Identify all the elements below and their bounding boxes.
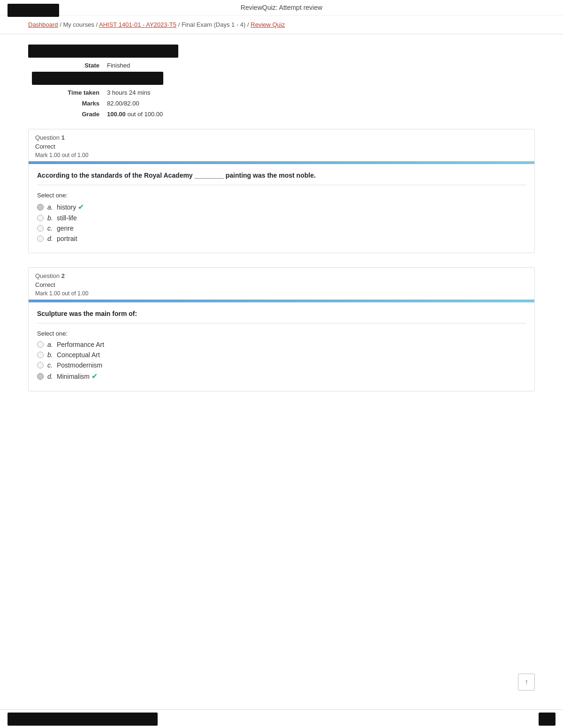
list-item: b. still-life <box>37 214 526 222</box>
timetaken-label: Time taken <box>28 87 103 98</box>
option-text: Minimalism <box>57 373 90 380</box>
top-bar: ReviewQuiz: Attempt review <box>0 0 563 15</box>
grade-bold: 100.00 <box>107 111 126 118</box>
footer-bar <box>0 709 563 728</box>
summary-timetaken-row: Time taken 3 hours 24 mins <box>28 87 535 98</box>
timetaken-value: 3 hours 24 mins <box>103 87 535 98</box>
question-2-mark: Mark 1.00 out of 1.00 <box>29 289 534 300</box>
footer-right-redacted <box>539 713 555 726</box>
radio-2c[interactable] <box>37 362 44 368</box>
marks-value: 82.00/82.00 <box>103 98 535 109</box>
summary-state-row: State Finished <box>28 60 535 71</box>
radio-1d[interactable] <box>37 235 44 242</box>
name-redacted-bar <box>28 45 178 58</box>
breadcrumb-course[interactable]: AHIST 1401-01 - AY2023-T5 <box>99 21 176 28</box>
radio-2a[interactable] <box>37 341 44 348</box>
question-2-select-label: Select one: <box>37 330 526 337</box>
list-item: c. genre <box>37 225 526 232</box>
option-text: Conceptual Art <box>57 351 100 359</box>
radio-2b[interactable] <box>37 352 44 358</box>
grade-label: Grade <box>28 109 103 120</box>
breadcrumb-quiz[interactable]: Review Quiz <box>251 21 285 28</box>
question-2-options: a. Performance Art b. Conceptual Art c. … <box>37 341 526 381</box>
option-letter: a. <box>47 341 54 348</box>
top-bar-logo <box>8 4 59 17</box>
option-letter: d. <box>47 235 54 242</box>
option-letter: b. <box>47 351 54 359</box>
summary-name-row <box>28 44 535 60</box>
list-item: d. Minimalism ✔ <box>37 372 526 381</box>
radio-1a[interactable] <box>37 204 44 210</box>
list-item: c. Postmodernism <box>37 361 526 369</box>
footer-left-redacted <box>8 713 158 726</box>
grade-value: 100.00 out of 100.00 <box>103 109 535 120</box>
breadcrumb-dashboard[interactable]: Dashboard <box>28 21 58 28</box>
option-letter: c. <box>47 225 54 232</box>
scroll-to-top-button[interactable]: ↑ <box>518 674 535 690</box>
summary-id-row <box>28 71 535 87</box>
question-2-number: Question 2 <box>35 272 528 279</box>
list-item: d. portrait <box>37 235 526 242</box>
option-letter: b. <box>47 214 54 222</box>
question-1-header: Question 1 <box>29 129 534 142</box>
list-item: b. Conceptual Art <box>37 351 526 359</box>
breadcrumb: Dashboard / My courses / AHIST 1401-01 -… <box>0 15 563 34</box>
option-letter: a. <box>47 203 54 211</box>
question-1-select-label: Select one: <box>37 192 526 199</box>
summary-section: State Finished Time taken 3 hours 24 min… <box>0 34 563 124</box>
chevron-up-icon: ↑ <box>525 678 528 686</box>
summary-grade-row: Grade 100.00 out of 100.00 <box>28 109 535 120</box>
radio-1c[interactable] <box>37 225 44 232</box>
option-text: portrait <box>57 235 77 242</box>
question-1-status: Correct <box>29 142 534 151</box>
questions-section: Question 1 Correct Mark 1.00 out of 1.00… <box>0 124 563 410</box>
breadcrumb-sep1: / My courses / <box>58 21 99 28</box>
summary-table: State Finished Time taken 3 hours 24 min… <box>28 44 535 120</box>
option-text: history <box>57 203 76 211</box>
id-redacted-bar <box>32 72 163 85</box>
grade-rest: out of 100.00 <box>126 111 163 118</box>
checkmark-icon: ✔ <box>91 372 98 381</box>
list-item: a. history ✔ <box>37 203 526 211</box>
option-text: Performance Art <box>57 341 104 348</box>
question-2-body: Sculpture was the main form of: Select o… <box>29 302 534 391</box>
question-1-text: According to the standards of the Royal … <box>37 172 526 185</box>
question-1-number: Question 1 <box>35 134 528 141</box>
radio-1b[interactable] <box>37 215 44 221</box>
question-2-header: Question 2 <box>29 268 534 280</box>
question-block-2: Question 2 Correct Mark 1.00 out of 1.00… <box>28 267 535 391</box>
option-letter: d. <box>47 373 54 380</box>
state-value: Finished <box>103 60 535 71</box>
marks-label: Marks <box>28 98 103 109</box>
option-text: still-life <box>57 214 77 222</box>
page-title: ReviewQuiz: Attempt review <box>241 4 322 11</box>
checkmark-icon: ✔ <box>78 203 84 211</box>
question-1-body: According to the standards of the Royal … <box>29 164 534 253</box>
option-text: Postmodernism <box>57 361 102 369</box>
question-2-status: Correct <box>29 280 534 289</box>
radio-2d[interactable] <box>37 373 44 380</box>
summary-marks-row: Marks 82.00/82.00 <box>28 98 535 109</box>
question-block-1: Question 1 Correct Mark 1.00 out of 1.00… <box>28 129 535 253</box>
list-item: a. Performance Art <box>37 341 526 348</box>
option-text: genre <box>57 225 74 232</box>
state-label: State <box>28 60 103 71</box>
question-2-text: Sculpture was the main form of: <box>37 310 526 323</box>
question-1-mark: Mark 1.00 out of 1.00 <box>29 151 534 161</box>
question-1-options: a. history ✔ b. still-life c. genre d. <box>37 203 526 242</box>
breadcrumb-sep2: / Final Exam (Days 1 - 4) / <box>176 21 251 28</box>
option-letter: c. <box>47 361 54 369</box>
